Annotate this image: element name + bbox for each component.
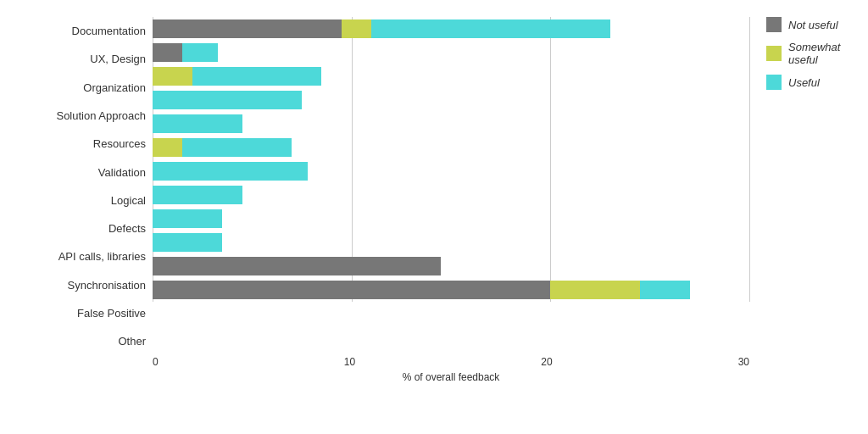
legend-label: Not useful — [788, 19, 838, 31]
bar-row — [153, 112, 749, 136]
bar-segment — [153, 281, 550, 299]
bar-row — [153, 207, 749, 231]
bars-area — [153, 17, 749, 302]
chart-container: DocumentationUX, DesignOrganizationSolut… — [0, 0, 868, 434]
bar-segment — [153, 162, 308, 181]
legend-swatch — [766, 46, 782, 61]
y-label: False Positive — [77, 307, 146, 320]
x-axis-label: % of overall feedback — [153, 371, 749, 383]
y-label: Logical — [111, 194, 146, 208]
x-tick: 0 — [153, 356, 159, 368]
legend-swatch — [766, 17, 782, 32]
chart-area: DocumentationUX, DesignOrganizationSolut… — [8, 17, 860, 356]
x-bottom-area: 0102030 % of overall feedback — [153, 356, 860, 383]
legend-label: Somewhat useful — [788, 41, 860, 66]
bar-segment — [153, 257, 441, 275]
y-label: Solution Approach — [56, 109, 146, 123]
bar-segment — [153, 91, 302, 109]
bar-segment — [153, 43, 182, 62]
y-label: API calls, libraries — [58, 250, 146, 264]
bar-row — [153, 41, 749, 64]
y-label: Defects — [108, 222, 146, 236]
legend-label: Useful — [788, 76, 820, 89]
bar-segment — [153, 209, 222, 228]
bar-row — [153, 159, 749, 183]
y-label: Documentation — [72, 25, 146, 38]
legend: Not usefulSomewhat usefulUseful — [766, 17, 860, 90]
bar-segment — [153, 67, 192, 86]
bar-segment — [153, 19, 342, 38]
bar-segment — [342, 19, 371, 38]
bar-row — [153, 136, 749, 159]
y-label: Synchronisation — [68, 279, 147, 292]
bar-segment — [153, 233, 222, 252]
bar-row — [153, 278, 749, 302]
bar-segment — [371, 19, 610, 38]
x-tick: 30 — [738, 356, 749, 368]
y-labels: DocumentationUX, DesignOrganizationSolut… — [8, 17, 153, 356]
bar-row — [153, 231, 749, 254]
x-tick: 10 — [344, 356, 355, 368]
y-label: Validation — [98, 166, 146, 180]
bar-row — [153, 88, 749, 112]
bar-row — [153, 17, 749, 41]
legend-item: Somewhat useful — [766, 41, 860, 66]
bar-row — [153, 254, 749, 278]
x-tick-labels: 0102030 — [153, 356, 749, 368]
bar-row — [153, 183, 749, 207]
bar-segment — [182, 138, 292, 157]
legend-swatch — [766, 75, 782, 90]
bar-segment — [153, 186, 242, 204]
legend-item: Useful — [766, 75, 860, 90]
bar-segment — [153, 114, 242, 133]
grid-line — [749, 17, 750, 302]
bar-segment — [182, 43, 218, 62]
bar-segment — [640, 281, 690, 299]
y-label: UX, Design — [90, 53, 146, 66]
bar-segment — [192, 67, 322, 86]
y-label: Organization — [83, 81, 146, 95]
x-tick: 20 — [541, 356, 552, 368]
y-label: Resources — [93, 137, 146, 151]
bar-segment — [550, 281, 640, 299]
bar-segment — [153, 138, 182, 157]
y-label: Other — [118, 335, 146, 348]
legend-item: Not useful — [766, 17, 860, 32]
bar-row — [153, 64, 749, 88]
